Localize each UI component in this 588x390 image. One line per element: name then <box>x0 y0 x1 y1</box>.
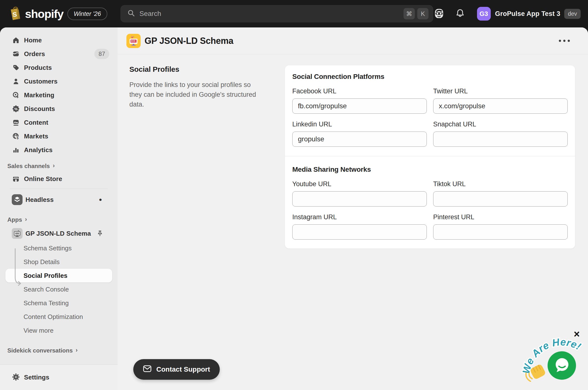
sidebar-item-social-profiles[interactable]: Social Profiles <box>5 269 112 283</box>
sidebar-item-discounts[interactable]: % Discounts <box>5 102 112 116</box>
facebook-url-input[interactable] <box>292 98 427 114</box>
settings-label: Settings <box>24 374 49 381</box>
products-tag-icon <box>12 63 20 72</box>
sidebar-item-schema-testing[interactable]: Schema Testing <box>5 296 112 310</box>
topbar: S shopify Winter '26 ⌘ K <box>0 0 588 27</box>
sidebar-item-marketing[interactable]: Marketing <box>5 88 112 102</box>
dot <box>563 40 565 42</box>
dev-badge: dev <box>564 9 581 19</box>
snapchat-url-input[interactable] <box>433 132 568 147</box>
sidebar-item-customers[interactable]: Customers <box>5 74 112 88</box>
search-input[interactable] <box>139 10 401 18</box>
sidebar-item-analytics[interactable]: Analytics <box>5 143 112 157</box>
field-label: Pinterest URL <box>433 213 568 221</box>
bell-icon <box>455 8 465 19</box>
sidebar-item-label: Discounts <box>24 105 55 113</box>
chat-widget: We Are Here! × <box>519 329 588 390</box>
sidebar-item-gp-app[interactable]: GP JSON-LD Schema <box>5 226 112 241</box>
shortcut-k-key: K <box>417 8 429 19</box>
page-actions-button[interactable] <box>555 36 573 45</box>
sidebar-item-content-optimization[interactable]: Content Optimization <box>5 310 112 324</box>
svg-text:%: % <box>14 107 17 111</box>
sidebar-item-view-more[interactable]: View more <box>5 324 112 337</box>
subitem-label: Search Console <box>24 286 69 293</box>
sidebar-item-settings[interactable]: Settings <box>12 373 49 382</box>
shopify-wordmark: shopify <box>25 7 63 21</box>
sales-channels-label: Sales channels <box>7 163 50 170</box>
orders-count-badge: 87 <box>94 49 109 59</box>
sidekick-conversations-header[interactable]: Sidekick conversations › <box>5 345 112 356</box>
field-label: Tiktok URL <box>433 180 568 188</box>
notification-dot: • <box>99 195 102 204</box>
svg-text:$: $ <box>17 136 19 140</box>
field-instagram: Instagram URL <box>292 213 427 240</box>
waving-hand-icon <box>524 364 546 383</box>
youtube-url-input[interactable] <box>292 191 427 206</box>
chevron-right-icon: › <box>76 347 78 353</box>
linkedin-url-input[interactable] <box>292 132 427 147</box>
group-title-media-sharing: Media Sharing Networks <box>292 166 568 173</box>
sidebar-item-label: Analytics <box>24 146 53 154</box>
sidebar-item-schema-settings[interactable]: Schema Settings <box>5 241 112 255</box>
pinterest-url-input[interactable] <box>433 224 568 240</box>
instagram-url-input[interactable] <box>292 224 427 240</box>
sidebar-item-content[interactable]: Content <box>5 116 112 129</box>
sidebar-item-label: Products <box>24 64 52 72</box>
field-facebook: Facebook URL <box>292 88 427 114</box>
sidekick-button[interactable] <box>432 7 446 21</box>
dot <box>568 40 570 42</box>
svg-text:S: S <box>12 10 17 18</box>
twitter-url-input[interactable] <box>433 98 568 114</box>
sidebar-item-label: Online Store <box>24 175 62 183</box>
sidebar-item-shop-details[interactable]: Shop Details <box>5 255 112 269</box>
sidebar-item-online-store[interactable]: Online Store <box>5 172 112 186</box>
subitem-label: Shop Details <box>24 258 59 266</box>
home-icon <box>12 36 20 44</box>
section-title: Social Profiles <box>129 65 267 73</box>
notifications-button[interactable] <box>453 7 467 21</box>
card-divider <box>285 156 575 156</box>
sidebar-item-home[interactable]: Home <box>5 33 112 47</box>
global-search[interactable]: ⌘ K <box>121 5 433 22</box>
sidebar-item-markets[interactable]: $ Markets <box>5 129 112 143</box>
field-label: Youtube URL <box>292 180 427 188</box>
field-label: Twitter URL <box>433 88 568 95</box>
contact-support-button[interactable]: Contact Support <box>133 359 220 380</box>
group-title-social-connection: Social Connection Platforms <box>292 73 568 81</box>
social-profiles-card: Social Connection Platforms Facebook URL… <box>285 65 575 249</box>
subitem-label: Schema Testing <box>24 299 69 307</box>
chat-bubble-icon <box>553 356 571 375</box>
sidebar-item-search-console[interactable]: Search Console <box>5 283 112 296</box>
search-icon <box>127 9 136 18</box>
sidekick-face-icon <box>434 8 444 19</box>
gp-app-header-icon <box>126 34 141 48</box>
gp-app-icon <box>12 228 23 239</box>
apps-header[interactable]: Apps › <box>5 214 112 226</box>
store-name: GroPulse App Test 3 <box>495 10 560 18</box>
sidebar-item-headless[interactable]: Headless • <box>5 192 112 207</box>
field-label: Instagram URL <box>292 213 427 221</box>
subitem-label: Social Profiles <box>24 272 67 280</box>
field-label: Facebook URL <box>292 88 427 95</box>
close-icon[interactable]: × <box>571 329 582 340</box>
field-twitter: Twitter URL <box>433 88 568 114</box>
account-menu-button[interactable]: G3 GroPulse App Test 3 dev <box>467 7 581 21</box>
shopify-bag-icon: S <box>8 6 22 22</box>
contact-support-label: Contact Support <box>156 366 210 373</box>
pin-icon[interactable] <box>95 229 105 238</box>
apps-label: Apps <box>7 216 22 223</box>
chat-launcher-button[interactable] <box>547 351 576 380</box>
field-pinterest: Pinterest URL <box>433 213 568 240</box>
online-store-icon <box>12 175 20 183</box>
admin-panel: Home Orders 87 Products Customers <box>0 27 588 390</box>
sales-channels-header[interactable]: Sales channels › <box>5 160 112 172</box>
subitem-label: View more <box>24 327 53 334</box>
marketing-icon <box>12 91 20 99</box>
sidebar-item-label: Content <box>24 119 48 126</box>
sidebar-footer: Settings <box>0 365 118 390</box>
sidebar-item-products[interactable]: Products <box>5 61 112 74</box>
sidebar-item-label: Customers <box>24 78 57 85</box>
tiktok-url-input[interactable] <box>433 191 568 206</box>
sidebar-item-orders[interactable]: Orders 87 <box>5 47 112 61</box>
field-youtube: Youtube URL <box>292 180 427 206</box>
